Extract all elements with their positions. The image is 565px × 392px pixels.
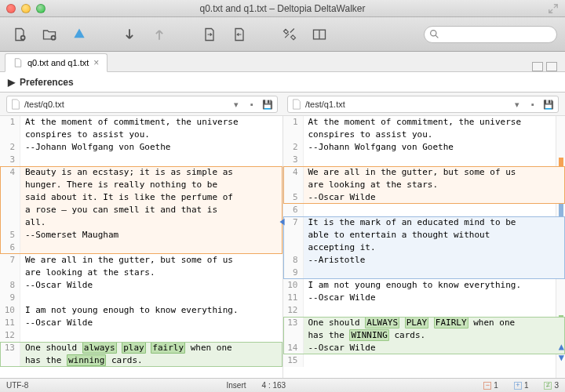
line-text: are looking at the stars.	[304, 179, 566, 191]
status-position: 4 : 163	[262, 381, 286, 390]
fullscreen-icon[interactable]	[548, 3, 559, 14]
code-line[interactable]: a rose – you can smell it and that is	[0, 204, 282, 216]
code-line[interactable]: 3	[0, 154, 282, 166]
code-line[interactable]: 11--Oscar Wilde	[283, 292, 566, 304]
code-line[interactable]: has the WINNING cards.	[283, 329, 566, 342]
code-line[interactable]: hunger. There is really nothing to be	[0, 179, 282, 191]
tab-active[interactable]: q0.txt and q1.txt ×	[5, 53, 108, 72]
copy-right-button[interactable]	[228, 24, 251, 45]
search-input[interactable]	[424, 26, 557, 43]
code-line[interactable]: all.	[0, 216, 282, 229]
line-text: --Oscar Wilde	[20, 279, 282, 292]
code-line[interactable]: 4Beauty is an ecstasy; it is as simple a…	[0, 166, 282, 179]
code-line[interactable]: conspires to assist you.	[0, 129, 282, 141]
code-line[interactable]: 7We are all in the gutter, but some of u…	[0, 254, 282, 267]
line-text	[20, 329, 282, 342]
search-field[interactable]	[424, 26, 557, 43]
line-number: 11	[283, 292, 304, 304]
line-text	[20, 292, 282, 304]
code-line[interactable]: said about it. It is like the perfume of	[0, 191, 282, 204]
line-number: 14	[283, 342, 304, 354]
code-line[interactable]: 8--Aristotle	[283, 254, 566, 267]
next-diff-button[interactable]	[148, 24, 171, 45]
new-folder-button[interactable]	[38, 24, 61, 45]
line-text	[304, 304, 566, 317]
merge-left-arrow-icon[interactable]	[277, 216, 288, 227]
line-number	[283, 329, 304, 342]
right-file-selector[interactable]: /test/q1.txt ▾ ▪ 💾	[287, 96, 559, 113]
nav-up-button[interactable]: ▲	[559, 342, 564, 351]
line-text: Beauty is an ecstasy; it is as simple as	[20, 166, 282, 179]
line-text: all.	[20, 216, 282, 229]
maximize-pane-button[interactable]	[546, 62, 557, 71]
right-pane[interactable]: 1At the moment of commitment, the univer…	[283, 116, 566, 378]
code-line[interactable]: 11--Oscar Wilde	[0, 317, 282, 329]
zoom-window-button[interactable]	[36, 4, 46, 13]
code-line[interactable]: 2--Johann Wolfgang von Goethe	[0, 141, 282, 154]
code-line[interactable]: able to entertain a thought without	[283, 229, 566, 241]
window-title: q0.txt and q1.txt – Deltopia DeltaWalker	[0, 3, 565, 14]
prev-diff-button[interactable]	[118, 24, 141, 45]
code-line[interactable]: 9	[0, 292, 282, 304]
nav-arrows: ▲ ▼	[559, 342, 564, 362]
line-number: 12	[283, 304, 304, 317]
code-line[interactable]: 13One should ALWAYS PLAY FAIRLY when one	[283, 317, 566, 329]
line-number: 15	[283, 354, 304, 367]
code-line[interactable]: 10I am not young enough to know everythi…	[283, 279, 566, 292]
code-line[interactable]: 7It is the mark of an educated mind to b…	[283, 216, 566, 229]
tab-close-button[interactable]: ×	[93, 57, 99, 68]
code-line[interactable]: are looking at the stars.	[283, 179, 566, 191]
dropdown-icon[interactable]: ▾	[230, 100, 242, 110]
line-number: 10	[0, 304, 20, 317]
save-right-button[interactable]: 💾	[542, 100, 555, 110]
left-file-selector[interactable]: /test/q0.txt ▾ ▪ 💾	[6, 96, 278, 113]
new-file-button[interactable]	[8, 24, 31, 45]
close-window-button[interactable]	[6, 4, 16, 13]
code-line[interactable]: 13One should always play fairly when one	[0, 342, 282, 354]
code-line[interactable]: are looking at the stars.	[0, 267, 282, 279]
line-number: 9	[283, 267, 304, 279]
nav-down-button[interactable]: ▼	[559, 353, 564, 362]
save-left-button[interactable]: 💾	[261, 100, 274, 110]
code-line[interactable]: 12	[0, 329, 282, 342]
status-added: +1	[514, 381, 529, 390]
code-line[interactable]: 1At the moment of commitment, the univer…	[283, 116, 566, 129]
browse-icon[interactable]: ▪	[527, 100, 539, 109]
code-line[interactable]: 4We are all in the gutter, but some of u…	[283, 166, 566, 179]
code-line[interactable]: has the winning cards.	[0, 354, 282, 367]
code-line[interactable]: 2--Johann Wolfgang von Goethe	[283, 141, 566, 154]
browse-icon[interactable]: ▪	[246, 100, 258, 109]
code-line[interactable]: 12	[283, 304, 566, 317]
line-number: 3	[283, 154, 304, 166]
preferences-row[interactable]: ▶ Preferences	[0, 72, 565, 93]
minimize-window-button[interactable]	[21, 4, 31, 13]
code-line[interactable]: 6	[283, 204, 566, 216]
code-line[interactable]: 10I am not young enough to know everythi…	[0, 304, 282, 317]
left-pane[interactable]: 1At the moment of commitment, the univer…	[0, 116, 283, 378]
line-number: 4	[283, 166, 304, 179]
line-number	[283, 179, 304, 191]
code-line[interactable]: 9	[283, 267, 566, 279]
code-line[interactable]: 5--Somerset Maugham	[0, 229, 282, 241]
code-line[interactable]: 14--Oscar Wilde	[283, 342, 566, 354]
line-text: --Oscar Wilde	[304, 292, 566, 304]
line-text: --Oscar Wilde	[20, 317, 282, 329]
code-line[interactable]: 6	[0, 241, 282, 254]
copy-left-button[interactable]	[198, 24, 221, 45]
code-line[interactable]: 1At the moment of commitment, the univer…	[0, 116, 282, 129]
layout-button[interactable]	[308, 24, 331, 45]
code-line[interactable]: 8--Oscar Wilde	[0, 279, 282, 292]
line-number: 13	[283, 317, 304, 329]
code-line[interactable]: 3	[283, 154, 566, 166]
code-line[interactable]: conspires to assist you.	[283, 129, 566, 141]
code-line[interactable]: 5--Oscar Wilde	[283, 191, 566, 204]
line-text: able to entertain a thought without	[304, 229, 566, 241]
dropdown-icon[interactable]: ▾	[511, 100, 523, 110]
minimize-pane-button[interactable]	[532, 62, 543, 71]
code-line[interactable]: accepting it.	[283, 241, 566, 254]
line-text: At the moment of commitment, the univers…	[304, 116, 566, 129]
line-number: 8	[0, 279, 20, 292]
sync-button[interactable]	[67, 24, 91, 45]
code-line[interactable]: 15	[283, 354, 566, 367]
settings-button[interactable]	[278, 24, 301, 45]
